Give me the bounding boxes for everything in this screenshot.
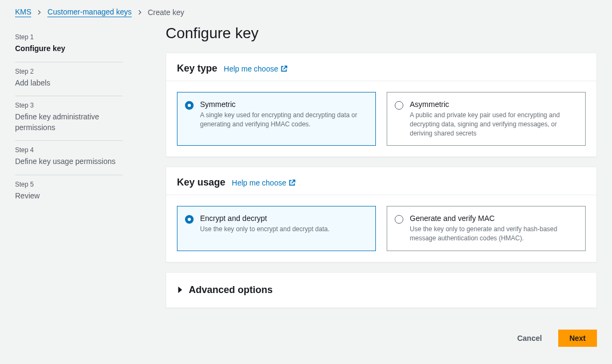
step-review[interactable]: Step 5 Review	[15, 175, 123, 209]
step-num: Step 1	[15, 33, 123, 41]
help-link-text: Help me choose	[224, 65, 278, 73]
step-num: Step 4	[15, 146, 123, 154]
radio-icon	[395, 101, 403, 110]
caret-right-icon	[177, 287, 183, 293]
wizard-steps: Step 1 Configure key Step 2 Add labels S…	[15, 25, 123, 347]
breadcrumb: KMS Customer-managed keys Create key	[0, 0, 612, 22]
page-title: Configure key	[166, 25, 597, 42]
tile-desc: Use the key only to generate and verify …	[410, 225, 578, 243]
breadcrumb-current: Create key	[148, 8, 184, 17]
step-title: Configure key	[15, 44, 123, 54]
chevron-right-icon	[37, 8, 42, 17]
advanced-options-toggle[interactable]: Advanced options	[166, 273, 596, 308]
tile-desc: Use the key only to encrypt and decrypt …	[200, 225, 330, 234]
cancel-button[interactable]: Cancel	[507, 330, 553, 347]
step-title: Define key administrative permissions	[15, 112, 123, 133]
tile-generate-verify-mac[interactable]: Generate and verify MAC Use the key only…	[387, 206, 586, 251]
tile-title: Symmetric	[200, 100, 368, 109]
step-num: Step 5	[15, 181, 123, 188]
tile-desc: A public and private key pair used for e…	[410, 111, 578, 138]
section-heading: Key usage	[177, 177, 225, 188]
tile-title: Generate and verify MAC	[410, 214, 578, 223]
panel-advanced-options: Advanced options	[166, 272, 597, 308]
tile-encrypt-decrypt[interactable]: Encrypt and decrypt Use the key only to …	[177, 206, 376, 251]
radio-icon	[185, 101, 194, 110]
step-title: Review	[15, 191, 123, 202]
tile-desc: A single key used for encrypting and dec…	[200, 111, 368, 129]
tile-asymmetric[interactable]: Asymmetric A public and private key pair…	[387, 92, 586, 146]
breadcrumb-link-kms[interactable]: KMS	[15, 8, 31, 17]
step-admin-permissions[interactable]: Step 3 Define key administrative permiss…	[15, 96, 123, 141]
tile-symmetric[interactable]: Symmetric A single key used for encrypti…	[177, 92, 376, 146]
tile-title: Asymmetric	[410, 100, 578, 109]
help-link-text: Help me choose	[232, 179, 286, 187]
wizard-footer: Cancel Next	[166, 330, 597, 347]
help-link-key-type[interactable]: Help me choose	[224, 65, 288, 73]
help-link-key-usage[interactable]: Help me choose	[232, 179, 296, 187]
step-num: Step 2	[15, 68, 123, 75]
panel-key-usage: Key usage Help me choose Encrypt and dec…	[166, 167, 597, 262]
radio-icon	[395, 215, 403, 224]
section-heading: Key type	[177, 63, 217, 74]
step-add-labels[interactable]: Step 2 Add labels	[15, 62, 123, 97]
chevron-right-icon	[137, 8, 143, 17]
step-num: Step 3	[15, 102, 123, 109]
breadcrumb-link-customer-keys[interactable]: Customer-managed keys	[47, 8, 131, 17]
radio-icon	[185, 215, 194, 224]
step-configure-key[interactable]: Step 1 Configure key	[15, 28, 123, 62]
next-button[interactable]: Next	[558, 330, 597, 347]
tile-title: Encrypt and decrypt	[200, 214, 330, 223]
step-title: Add labels	[15, 78, 123, 89]
external-link-icon	[288, 179, 296, 187]
step-title: Define key usage permissions	[15, 156, 123, 167]
panel-key-type: Key type Help me choose Symmetric A sing…	[166, 53, 597, 157]
advanced-heading: Advanced options	[189, 284, 273, 296]
external-link-icon	[280, 65, 288, 73]
step-usage-permissions[interactable]: Step 4 Define key usage permissions	[15, 141, 123, 175]
